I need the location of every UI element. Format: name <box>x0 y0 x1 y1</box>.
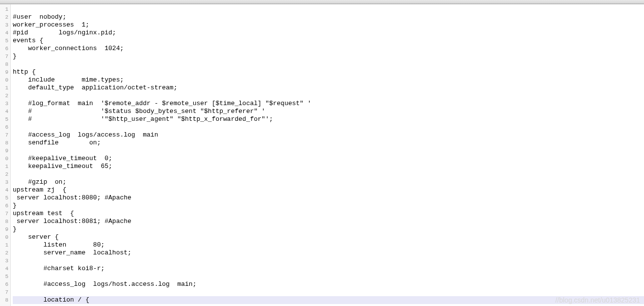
line-number: 9 <box>0 68 8 76</box>
line-number: 2 <box>0 13 8 21</box>
code-line[interactable]: # '"$http_user_agent" "$http_x_forwarded… <box>13 115 644 123</box>
line-number: 1 <box>0 163 8 170</box>
line-number: 1 <box>0 5 8 13</box>
line-number: 5 <box>0 37 8 45</box>
line-number: 4 <box>0 108 8 115</box>
code-line[interactable] <box>13 273 644 280</box>
line-number: 8 <box>0 218 8 225</box>
line-number: 6 <box>0 202 8 210</box>
line-number: 3 <box>0 178 8 186</box>
code-line[interactable]: #log_format main '$remote_addr - $remote… <box>13 100 644 108</box>
line-number: 8 <box>0 296 8 304</box>
tab-bar <box>0 0 644 4</box>
code-line[interactable]: keepalive_timeout 65; <box>13 163 644 170</box>
code-line[interactable]: } <box>13 225 644 233</box>
code-line[interactable]: server localhost:8081; #Apache <box>13 218 644 225</box>
code-line[interactable]: } <box>13 53 644 60</box>
line-number: 9 <box>0 147 8 155</box>
line-number: 1 <box>0 84 8 92</box>
code-line[interactable]: # '$status $body_bytes_sent "$http_refer… <box>13 108 644 115</box>
line-number-gutter: 12345678901234567890123456789012345678 <box>0 4 11 306</box>
line-number: 7 <box>0 131 8 139</box>
code-line[interactable] <box>13 123 644 131</box>
code-line[interactable]: http { <box>13 68 644 76</box>
code-line[interactable]: } <box>13 202 644 210</box>
line-number: 6 <box>0 123 8 131</box>
line-number: 4 <box>0 29 8 37</box>
code-line[interactable]: upstream test { <box>13 210 644 218</box>
code-area[interactable]: #user nobody;worker_processes 1;#pid log… <box>11 4 644 306</box>
line-number: 3 <box>0 100 8 108</box>
line-number: 2 <box>0 170 8 178</box>
code-line[interactable]: worker_processes 1; <box>13 21 644 29</box>
line-number: 2 <box>0 249 8 257</box>
line-number: 3 <box>0 21 8 29</box>
line-number: 2 <box>0 92 8 100</box>
code-line[interactable]: #access_log logs/access.log main <box>13 131 644 139</box>
line-number: 1 <box>0 241 8 249</box>
line-number: 6 <box>0 280 8 288</box>
line-number: 7 <box>0 53 8 60</box>
editor: 12345678901234567890123456789012345678 #… <box>0 4 644 306</box>
line-number: 7 <box>0 210 8 218</box>
line-number: 8 <box>0 139 8 147</box>
code-line[interactable] <box>13 5 644 13</box>
code-line[interactable]: include mime.types; <box>13 76 644 84</box>
code-line[interactable]: default_type application/octet-stream; <box>13 84 644 92</box>
line-number: 0 <box>0 76 8 84</box>
code-line[interactable]: #access_log logs/host.access.log main; <box>13 280 644 288</box>
code-line[interactable]: listen 80; <box>13 241 644 249</box>
line-number: 0 <box>0 155 8 163</box>
line-number: 0 <box>0 233 8 241</box>
code-line[interactable]: #pid logs/nginx.pid; <box>13 29 644 37</box>
code-line[interactable]: server localhost:8080; #Apache <box>13 194 644 202</box>
line-number: 5 <box>0 273 8 280</box>
line-number: 9 <box>0 225 8 233</box>
code-line[interactable] <box>13 170 644 178</box>
code-line[interactable]: #user nobody; <box>13 13 644 21</box>
code-line[interactable]: server { <box>13 233 644 241</box>
code-line[interactable] <box>13 257 644 265</box>
code-line[interactable]: server_name localhost; <box>13 249 644 257</box>
code-line[interactable] <box>13 147 644 155</box>
line-number: 5 <box>0 194 8 202</box>
line-number: 8 <box>0 60 8 68</box>
line-number: 5 <box>0 115 8 123</box>
code-line[interactable]: location / { <box>13 296 644 304</box>
line-number: 7 <box>0 288 8 296</box>
code-line[interactable]: #keepalive_timeout 0; <box>13 155 644 163</box>
line-number: 6 <box>0 45 8 53</box>
line-number: 4 <box>0 186 8 194</box>
code-line[interactable]: #charset koi8-r; <box>13 265 644 273</box>
code-line[interactable]: events { <box>13 37 644 45</box>
line-number: 4 <box>0 265 8 273</box>
code-line[interactable]: sendfile on; <box>13 139 644 147</box>
line-number: 3 <box>0 257 8 265</box>
code-line[interactable] <box>13 92 644 100</box>
code-line[interactable]: upstream zj { <box>13 186 644 194</box>
code-line[interactable] <box>13 288 644 296</box>
code-line[interactable] <box>13 60 644 68</box>
code-line[interactable]: #gzip on; <box>13 178 644 186</box>
code-line[interactable]: worker_connections 1024; <box>13 45 644 53</box>
